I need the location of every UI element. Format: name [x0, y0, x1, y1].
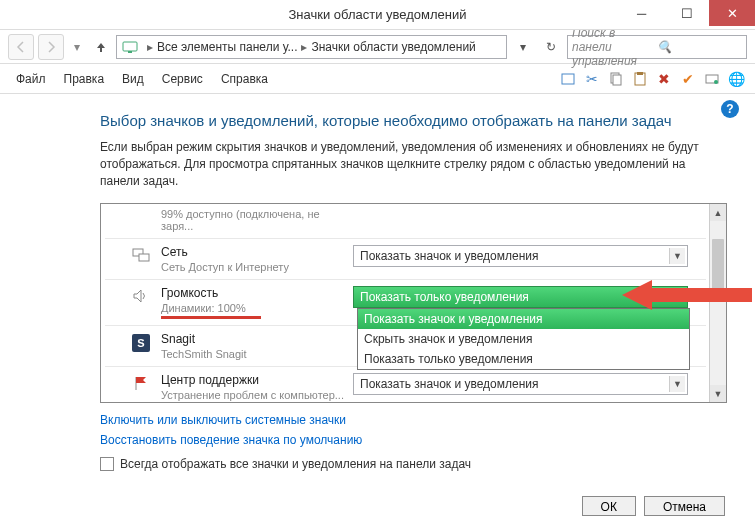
tool-delete-icon[interactable]: ✖: [653, 68, 675, 90]
chevron-down-icon: ▼: [669, 289, 685, 305]
breadcrumb[interactable]: ▸ Все элементы панели у... ▸ Значки обла…: [116, 35, 507, 59]
icon-row-network: Сеть Сеть Доступ к Интернету Показать зн…: [105, 239, 706, 280]
scroll-up-button[interactable]: ▲: [710, 204, 726, 221]
tool-copy-icon[interactable]: [605, 68, 627, 90]
behavior-dropdown-list: Показать значок и уведомления Скрыть зна…: [357, 308, 690, 370]
row-subtitle: 99% доступно (подключена, не заря...: [161, 208, 353, 232]
chevron-right-icon: ▸: [147, 40, 153, 54]
menu-service[interactable]: Сервис: [154, 68, 211, 90]
network-icon: [129, 247, 153, 263]
chevron-down-icon: ▼: [669, 248, 685, 264]
page-description: Если выбран режим скрытия значков и увед…: [100, 139, 700, 189]
tool-paste-icon[interactable]: [629, 68, 651, 90]
icon-row-action-center: Центр поддержки Устранение проблем с ком…: [105, 367, 706, 403]
close-button[interactable]: ✕: [709, 0, 755, 26]
row-subtitle: TechSmith Snagit: [161, 348, 353, 360]
footer-buttons: ОК Отмена: [582, 496, 725, 516]
links-section: Включить или выключить системные значки …: [100, 413, 727, 447]
refresh-button[interactable]: ↻: [539, 40, 563, 54]
svg-rect-4: [613, 75, 621, 85]
ok-button[interactable]: ОК: [582, 496, 636, 516]
row-title: Snagit: [161, 332, 353, 346]
menu-edit[interactable]: Правка: [56, 68, 113, 90]
tool-check-icon[interactable]: ✔: [677, 68, 699, 90]
behavior-combo-open[interactable]: Показать только уведомления ▼: [353, 286, 688, 308]
maximize-button[interactable]: ☐: [664, 0, 709, 26]
chevron-down-icon: ▼: [669, 376, 685, 392]
row-subtitle: Устранение проблем с компьютер...: [161, 389, 353, 401]
dropdown-option[interactable]: Показать только уведомления: [358, 349, 689, 369]
chevron-right-icon: ▸: [301, 40, 307, 54]
combo-value: Показать значок и уведомления: [360, 249, 539, 263]
tool-cut-icon[interactable]: ✂: [581, 68, 603, 90]
window-controls: ─ ☐ ✕: [619, 0, 755, 26]
tool-properties-icon[interactable]: [701, 68, 723, 90]
svg-point-8: [714, 80, 718, 84]
control-panel-icon: [121, 39, 139, 55]
minimize-button[interactable]: ─: [619, 0, 664, 26]
titlebar: Значки области уведомлений ─ ☐ ✕: [0, 0, 755, 30]
tool-globe-icon[interactable]: 🌐: [725, 68, 747, 90]
menu-view[interactable]: Вид: [114, 68, 152, 90]
always-show-checkbox[interactable]: [100, 457, 114, 471]
icons-panel: 99% доступно (подключена, не заря... Сет…: [100, 203, 727, 403]
search-placeholder: Поиск в панели управления: [572, 26, 657, 68]
dropdown-option[interactable]: Скрыть значок и уведомления: [358, 329, 689, 349]
dropdown-option[interactable]: Показать значок и уведомления: [358, 309, 689, 329]
svg-rect-2: [562, 74, 574, 84]
cancel-button[interactable]: Отмена: [644, 496, 725, 516]
navbar: ▾ ▸ Все элементы панели у... ▸ Значки об…: [0, 30, 755, 64]
icon-row: 99% доступно (подключена, не заря...: [105, 204, 706, 239]
nav-back-button[interactable]: [8, 34, 34, 60]
link-system-icons[interactable]: Включить или выключить системные значки: [100, 413, 727, 427]
always-show-checkbox-row: Всегда отображать все значки и уведомлен…: [100, 457, 727, 471]
scrollbar[interactable]: ▲ ▼: [709, 204, 726, 402]
svg-rect-10: [139, 254, 149, 261]
content-area: ? Выбор значков и уведомлений, которые н…: [0, 94, 755, 481]
search-icon: 🔍: [657, 40, 742, 54]
combo-value: Показать только уведомления: [360, 290, 529, 304]
behavior-combo[interactable]: Показать значок и уведомления ▼: [353, 245, 688, 267]
nav-history-dropdown[interactable]: ▾: [68, 40, 86, 54]
tool-organize-icon[interactable]: [557, 68, 579, 90]
row-subtitle: Сеть Доступ к Интернету: [161, 261, 353, 273]
svg-rect-0: [123, 42, 137, 51]
row-subtitle: Динамики: 100%: [161, 302, 353, 314]
menu-help[interactable]: Справка: [213, 68, 276, 90]
nav-up-button[interactable]: [90, 40, 112, 54]
breadcrumb-part[interactable]: Значки области уведомлений: [311, 40, 475, 54]
page-heading: Выбор значков и уведомлений, которые нео…: [100, 112, 727, 129]
accent-underline: [161, 316, 261, 319]
breadcrumb-dropdown[interactable]: ▾: [511, 40, 535, 54]
menubar: Файл Правка Вид Сервис Справка ✂ ✖ ✔ 🌐: [0, 64, 755, 94]
row-title: Центр поддержки: [161, 373, 353, 387]
flag-icon: [129, 375, 153, 391]
menu-file[interactable]: Файл: [8, 68, 54, 90]
breadcrumb-part[interactable]: Все элементы панели у...: [157, 40, 297, 54]
link-restore-defaults[interactable]: Восстановить поведение значка по умолчан…: [100, 433, 727, 447]
search-input[interactable]: Поиск в панели управления 🔍: [567, 35, 747, 59]
help-icon[interactable]: ?: [721, 100, 739, 118]
scroll-thumb[interactable]: [712, 239, 724, 289]
volume-icon: [129, 288, 153, 304]
svg-rect-6: [637, 72, 643, 75]
behavior-combo[interactable]: Показать значок и уведомления ▼: [353, 373, 688, 395]
row-title: Громкость: [161, 286, 353, 300]
checkbox-label: Всегда отображать все значки и уведомлен…: [120, 457, 471, 471]
svg-rect-1: [128, 51, 132, 53]
nav-forward-button[interactable]: [38, 34, 64, 60]
scroll-down-button[interactable]: ▼: [710, 385, 726, 402]
row-title: Сеть: [161, 245, 353, 259]
combo-value: Показать значок и уведомления: [360, 377, 539, 391]
snagit-icon: S: [129, 334, 153, 352]
